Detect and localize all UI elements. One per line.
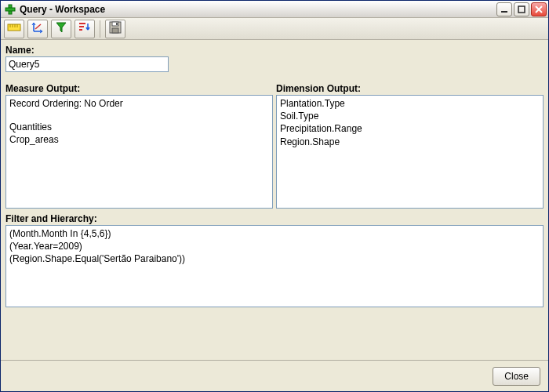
list-item: Plantation.Type [280, 97, 540, 110]
record-ordering-line: Record Ordering: No Order [9, 97, 269, 110]
spacer [9, 110, 269, 121]
ruler-icon [7, 22, 21, 35]
toolbar-separator [100, 20, 100, 38]
svg-rect-3 [518, 6, 525, 13]
content-area: Name: Measure Output: Record Ordering: N… [1, 40, 548, 360]
name-section: Name: [5, 45, 544, 72]
list-item: Soil.Type [280, 110, 540, 122]
svg-rect-2 [501, 11, 507, 13]
svg-rect-15 [116, 23, 118, 25]
close-button[interactable]: Close [493, 367, 540, 386]
filter-line: (Year.Year=2009) [9, 240, 540, 252]
name-label: Name: [5, 45, 544, 56]
list-item: Quantities [9, 121, 269, 133]
svg-rect-4 [8, 24, 20, 31]
svg-rect-14 [112, 28, 118, 33]
window-controls [496, 2, 547, 16]
titlebar: Query - Workspace [1, 1, 548, 18]
app-plus-icon [4, 3, 16, 16]
sort-tool-button[interactable] [75, 20, 95, 38]
name-input[interactable] [5, 56, 169, 72]
dimension-output-label: Dimension Output: [276, 83, 544, 94]
axes-tool-button[interactable] [27, 20, 48, 38]
list-item: Crop_areas [9, 133, 269, 146]
filter-hierarchy-section: Filter and Hierarchy: (Month.Month In {4… [5, 213, 544, 307]
query-workspace-window: Query - Workspace [0, 0, 549, 392]
dimension-output-list[interactable]: Plantation.Type Soil.Type Precipitation.… [276, 95, 544, 209]
measure-tool-button[interactable] [4, 20, 24, 38]
list-item: Precipitation.Range [280, 122, 540, 135]
filter-line: (Month.Month In {4,5,6}) [9, 227, 540, 240]
axes-icon [31, 21, 44, 36]
svg-rect-1 [5, 8, 15, 11]
sort-icon [78, 22, 91, 35]
output-row: Measure Output: Record Ordering: No Orde… [5, 83, 544, 209]
maximize-button[interactable] [514, 2, 529, 16]
list-item: Region.Shape [280, 136, 540, 148]
save-icon [109, 21, 122, 36]
window-title: Query - Workspace [20, 4, 496, 15]
filter-tool-button[interactable] [51, 20, 71, 38]
measure-output-label: Measure Output: [5, 83, 273, 94]
filter-hierarchy-list[interactable]: (Month.Month In {4,5,6}) (Year.Year=2009… [5, 225, 544, 307]
toolbar [1, 18, 548, 40]
funnel-icon [56, 22, 67, 35]
footer: Close [1, 360, 548, 391]
measure-output-column: Measure Output: Record Ordering: No Orde… [5, 83, 273, 209]
measure-output-list[interactable]: Record Ordering: No Order Quantities Cro… [5, 95, 273, 209]
filter-hierarchy-label: Filter and Hierarchy: [5, 213, 544, 224]
save-tool-button[interactable] [105, 20, 125, 38]
close-window-button[interactable] [531, 2, 547, 16]
minimize-button[interactable] [496, 2, 512, 16]
filter-line: (Region.Shape.Equal('Sertão Paraibano')) [9, 252, 540, 265]
dimension-output-column: Dimension Output: Plantation.Type Soil.T… [276, 83, 544, 209]
